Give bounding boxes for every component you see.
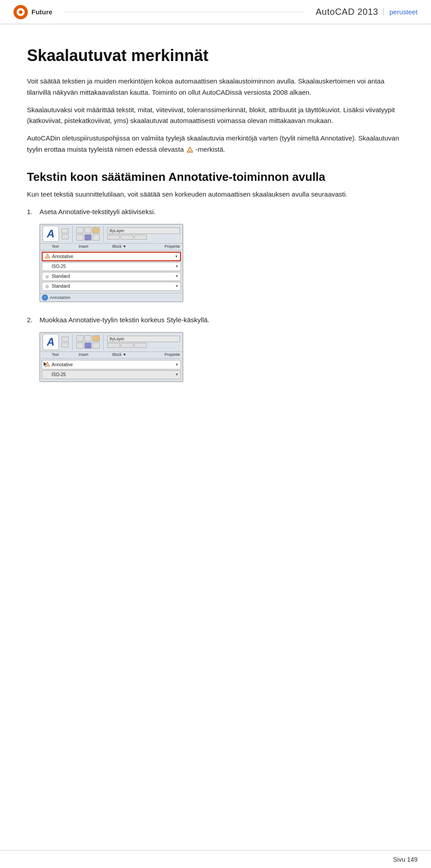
small-icons-col1 bbox=[62, 228, 69, 239]
step-2-text: Muokkaa Annotative-tyylin tekstin korkeu… bbox=[40, 315, 404, 326]
header-badge: perusteet bbox=[383, 8, 418, 16]
small-icons-col2 bbox=[62, 337, 69, 347]
paragraph-3: AutoCADin oletuspiirustuspohjissa on val… bbox=[27, 133, 404, 155]
logo-text: Future bbox=[31, 8, 53, 16]
dropdown-section-2: A Annotative ▼ ISO-25 ▼ bbox=[40, 359, 183, 381]
annotation-label: Annotation bbox=[50, 295, 70, 300]
annotative-triangle-icon: A bbox=[45, 254, 50, 259]
svg-text:A: A bbox=[189, 149, 191, 152]
standard2-text: Standard bbox=[52, 284, 175, 289]
cursor-indicator bbox=[43, 361, 47, 367]
step-2: 2. Muokkaa Annotative-tyylin tekstin kor… bbox=[27, 315, 404, 326]
section-intro: Kun teet tekstiä suunnittelutilaan, voit… bbox=[27, 189, 404, 200]
standard2-icon: ◎ bbox=[44, 283, 50, 289]
annotative-dd-icon: A bbox=[44, 253, 51, 259]
page-title: Skaalautuvat merkinnät bbox=[27, 46, 404, 65]
logo-inner bbox=[17, 8, 25, 16]
step-1-num: 1. bbox=[27, 206, 40, 218]
page-footer: Sivu 149 bbox=[0, 850, 431, 868]
dropdown-iso25-2[interactable]: ISO-25 ▼ bbox=[42, 370, 181, 379]
dropdown-section-1: A Annotative ▼ ISO-25 ▼ ◎ Standard ▼ ◎ bbox=[40, 250, 183, 293]
dropdown-annotative-2[interactable]: A Annotative ▼ bbox=[42, 360, 181, 369]
label-insert: Insert bbox=[68, 244, 99, 249]
logo-circle bbox=[13, 5, 28, 19]
header-title: AutoCAD 2013 bbox=[316, 7, 378, 17]
label-text: Text bbox=[43, 244, 68, 249]
text-big-icon-2: A bbox=[43, 334, 59, 350]
steps-list: 1. Aseta Annotative-tekstityyli aktiivis… bbox=[27, 206, 404, 218]
bylayer-section-2: ByLayer bbox=[107, 336, 180, 348]
insert-group-2 bbox=[76, 335, 100, 349]
page-header: Future AutoCAD 2013 perusteet bbox=[0, 0, 431, 24]
iso25-text-2: ISO-25 bbox=[52, 372, 175, 377]
label-block-2: Block ▼ bbox=[99, 352, 140, 357]
bylayer-badge-2: ByLayer bbox=[107, 336, 180, 342]
annotative-icon: A bbox=[186, 146, 194, 153]
screenshot-1: A ByLayer bbox=[40, 224, 183, 302]
dropdown-standard-2[interactable]: ◎ Standard ▼ bbox=[42, 282, 181, 291]
label-block: Block ▼ bbox=[99, 244, 140, 249]
step-2-list: 2. Muokkaa Annotative-tyylin tekstin kor… bbox=[27, 315, 404, 326]
insert-group bbox=[76, 227, 100, 241]
label-text-2: Text bbox=[43, 352, 68, 357]
dropdown-annotative[interactable]: A Annotative ▼ bbox=[42, 252, 181, 261]
label-properties-2: Propertie bbox=[140, 352, 180, 357]
annotative-dd-text-2: Annotative bbox=[52, 362, 175, 367]
footer-page-number: Sivu 149 bbox=[393, 856, 418, 863]
label-properties: Propertie bbox=[140, 244, 180, 249]
iso25-arrow-2: ▼ bbox=[175, 373, 179, 377]
annotation-circle-icon: i bbox=[42, 294, 48, 301]
paragraph-3-suffix: -merkistä. bbox=[196, 145, 225, 153]
logo-dot bbox=[19, 10, 22, 14]
annotative-dd-arrow: ▼ bbox=[175, 254, 178, 259]
step-1: 1. Aseta Annotative-tekstityyli aktiivis… bbox=[27, 206, 404, 218]
main-content: Skaalautuvat merkinnät Voit säätää tekst… bbox=[0, 24, 431, 430]
label-insert-2: Insert bbox=[68, 352, 99, 357]
step-2-num: 2. bbox=[27, 315, 40, 326]
text-big-icon: A bbox=[43, 226, 59, 242]
group-labels-row: Text Insert Block ▼ Propertie bbox=[40, 244, 183, 250]
iso25-text: ISO-25 bbox=[52, 264, 175, 269]
standard1-icon: ◎ bbox=[44, 273, 50, 280]
paragraph-2: Skaalautuvaksi voit määrittää tekstit, m… bbox=[27, 105, 404, 127]
annotative-dd-text: Annotative bbox=[52, 254, 175, 259]
standard1-text: Standard bbox=[52, 274, 175, 279]
screenshot-2: A ByLayer bbox=[40, 332, 183, 382]
group-labels-row-2: Text Insert Block ▼ Propertie bbox=[40, 352, 183, 359]
annotation-bar: i Annotation bbox=[40, 293, 183, 302]
ribbon2-top: A ByLayer bbox=[40, 333, 183, 352]
bylayer-section: ByLayer bbox=[107, 228, 180, 240]
standard1-arrow: ▼ bbox=[175, 274, 179, 278]
header-divider bbox=[63, 12, 305, 12]
dropdown-iso25[interactable]: ISO-25 ▼ bbox=[42, 262, 181, 271]
annotative-dd-arrow-2: ▼ bbox=[175, 363, 179, 367]
bylayer-badge: ByLayer bbox=[107, 228, 180, 234]
svg-marker-6 bbox=[44, 362, 47, 367]
svg-text:A: A bbox=[47, 256, 48, 258]
iso25-arrow: ▼ bbox=[175, 264, 179, 268]
step-1-text: Aseta Annotative-tekstityyli aktiiviseks… bbox=[40, 206, 404, 218]
dropdown-standard-1[interactable]: ◎ Standard ▼ bbox=[42, 272, 181, 281]
logo: Future bbox=[13, 5, 53, 19]
section-title: Tekstin koon säätäminen Annotative-toimi… bbox=[27, 170, 404, 185]
standard2-arrow: ▼ bbox=[175, 284, 179, 288]
paragraph-1: Voit säätää tekstien ja muiden merkintöj… bbox=[27, 76, 404, 98]
